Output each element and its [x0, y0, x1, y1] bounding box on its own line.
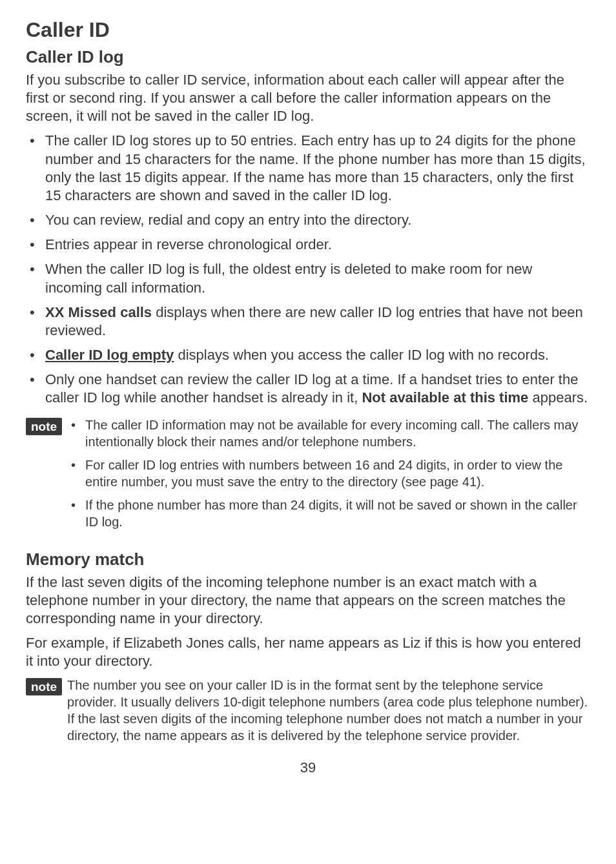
- list-item: Caller ID log empty displays when you ac…: [26, 346, 590, 364]
- document-page: Caller ID Caller ID log If you subscribe…: [0, 0, 616, 802]
- body-paragraph: If the last seven digits of the incoming…: [26, 573, 590, 628]
- list-item: Only one handset can review the caller I…: [26, 371, 590, 407]
- list-item-text: displays when you access the caller ID l…: [174, 347, 549, 363]
- bold-text: Not available at this time: [362, 389, 528, 406]
- note-block: note The number you see on your caller I…: [26, 677, 590, 744]
- bold-text: XX Missed calls: [45, 304, 152, 320]
- list-item: When the caller ID log is full, the olde…: [26, 260, 590, 296]
- note-badge: note: [26, 678, 62, 695]
- bold-underline-text: Caller ID log empty: [45, 347, 174, 363]
- list-item: If the phone number has more than 24 dig…: [67, 497, 590, 530]
- body-paragraph: For example, if Elizabeth Jones calls, h…: [26, 634, 590, 670]
- note-block: note The caller ID information may not b…: [26, 417, 590, 537]
- page-number: 39: [26, 759, 590, 776]
- note-badge: note: [26, 418, 62, 435]
- list-item: You can review, redial and copy an entry…: [26, 211, 590, 229]
- list-item: XX Missed calls displays when there are …: [26, 303, 590, 340]
- page-title: Caller ID: [26, 18, 590, 42]
- main-bullet-list: The caller ID log stores up to 50 entrie…: [26, 132, 590, 407]
- list-item-text: appears.: [528, 389, 588, 406]
- section-heading-caller-id-log: Caller ID log: [26, 47, 590, 67]
- note-paragraph: The number you see on your caller ID is …: [67, 677, 590, 744]
- note-content: The number you see on your caller ID is …: [67, 677, 590, 744]
- list-item: For caller ID log entries with numbers b…: [67, 457, 590, 490]
- note-bullet-list: The caller ID information may not be ava…: [67, 417, 590, 530]
- list-item: Entries appear in reverse chronological …: [26, 236, 590, 254]
- list-item: The caller ID log stores up to 50 entrie…: [26, 132, 590, 205]
- section-heading-memory-match: Memory match: [26, 550, 590, 570]
- list-item: The caller ID information may not be ava…: [67, 417, 590, 450]
- note-content: The caller ID information may not be ava…: [67, 417, 590, 537]
- intro-paragraph: If you subscribe to caller ID service, i…: [26, 71, 590, 125]
